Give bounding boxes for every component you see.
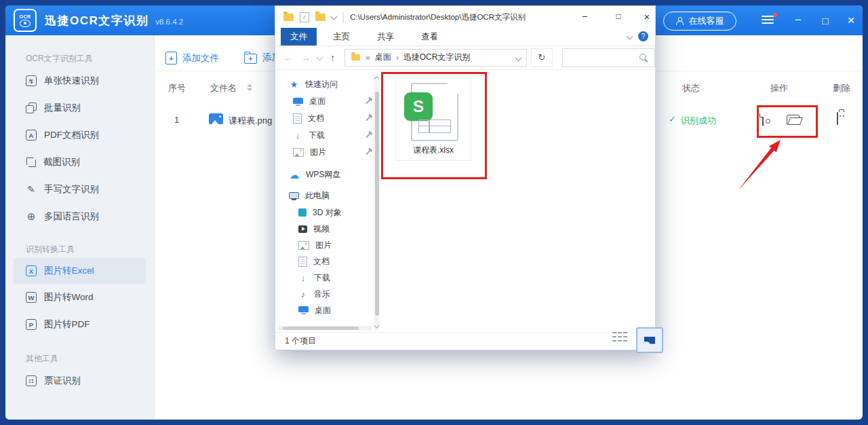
nav-3d-objects[interactable]: 3D 对象 (279, 204, 376, 221)
sidebar-item-multilanguage-recognition[interactable]: ⊕ 多国语言识别 (5, 203, 154, 230)
address-dropdown-chevron-icon[interactable] (515, 54, 521, 61)
folder-icon[interactable] (315, 14, 326, 21)
hamburger-menu-icon[interactable] (762, 16, 774, 24)
nav-scrollbar-thumb[interactable] (375, 92, 379, 316)
sidebar-item-handwriting-recognition[interactable]: ✎ 手写文字识别 (5, 176, 154, 203)
nav-videos[interactable]: 视频 (279, 221, 376, 237)
logo-eye-icon (20, 20, 31, 27)
sidebar-item-label: 图片转Word (44, 291, 94, 303)
red-arrow-annotation (726, 132, 793, 200)
menu-home[interactable]: 主页 (323, 28, 359, 45)
nav-music[interactable]: ♪ 音乐 (279, 286, 376, 302)
row-filename[interactable]: 课程表.png (229, 115, 272, 127)
app-title: 迅捷OCR文字识别 (45, 13, 149, 29)
music-note-icon: ♪ (298, 289, 308, 299)
nav-h-scrollbar[interactable] (277, 326, 372, 331)
sidebar-item-pdf-recognition[interactable]: A PDF文档识别 (5, 122, 154, 149)
sidebar-item-screenshot-recognition[interactable]: 截图识别 (5, 149, 154, 176)
nav-h-scrollbar-thumb[interactable] (283, 327, 359, 330)
nav-label: 桌面 (315, 305, 331, 316)
app-minimize-button[interactable]: − (787, 5, 810, 35)
search-icon (639, 54, 646, 60)
recent-locations-chevron-icon[interactable] (317, 54, 323, 61)
nav-pictures-pc[interactable]: 图片 (279, 237, 376, 253)
globe-icon: ⊕ (26, 210, 37, 223)
sidebar-section-other-tools: 其他工具 (26, 353, 154, 365)
pdf-doc-icon: A (26, 130, 37, 141)
breadcrumb-current-folder[interactable]: 迅捷OCR文字识别 (403, 52, 471, 63)
video-icon (298, 225, 307, 233)
up-icon[interactable]: ↑ (330, 52, 335, 63)
app-close-button[interactable]: × (840, 5, 863, 35)
nav-documents-pc[interactable]: 文档 (279, 253, 376, 270)
nav-this-pc[interactable]: 此电脑 (279, 187, 376, 204)
pdf-icon: P (26, 319, 37, 330)
search-box[interactable] (562, 48, 655, 67)
checkmark-file-icon[interactable] (300, 12, 309, 22)
refresh-button[interactable]: ↻ (531, 48, 553, 67)
pin-icon (366, 149, 371, 155)
excel-icon: X (26, 265, 37, 276)
document-icon (293, 113, 302, 124)
picture-icon (293, 148, 304, 157)
nav-pictures[interactable]: 图片 (279, 144, 376, 161)
crop-icon (26, 158, 36, 168)
download-arrow-icon: ↓ (293, 130, 302, 141)
back-icon[interactable]: ← (283, 52, 293, 63)
ime-indicator-icon[interactable] (636, 327, 663, 353)
word-icon: W (26, 292, 37, 303)
logo-ocr-text: OCR (19, 14, 31, 19)
scroll-up-icon[interactable] (374, 77, 380, 82)
pin-icon (366, 115, 371, 121)
app-maximize-button[interactable]: □ (814, 5, 837, 35)
explorer-minimize-button[interactable]: − (571, 6, 598, 26)
separator: | (342, 11, 344, 23)
explorer-addressbar: ← → ↑ » 桌面 › 迅捷OCR文字识别 ↻ (275, 45, 655, 70)
nav-documents[interactable]: 文档 (279, 110, 376, 127)
sidebar-item-batch-recognition[interactable]: 批量识别 (5, 94, 154, 122)
explorer-maximize-button[interactable]: □ (605, 6, 632, 26)
breadcrumb-desktop[interactable]: 桌面 (375, 52, 391, 63)
nav-desktop-pc[interactable]: 桌面 (279, 302, 376, 318)
ribbon-collapse-chevron-icon[interactable] (627, 33, 633, 40)
menu-file[interactable]: 文件 (281, 28, 317, 45)
forward-icon[interactable]: → (301, 52, 311, 63)
sidebar-item-single-recognition[interactable]: ↯ 单张快速识别 (5, 67, 154, 94)
sidebar-item-image-to-pdf[interactable]: P 图片转PDF (5, 311, 154, 338)
explorer-close-button[interactable]: × (633, 6, 660, 26)
help-icon[interactable]: ? (638, 31, 648, 41)
online-service-button[interactable]: 在线客服 (663, 12, 736, 31)
add-file-button[interactable]: 添加文件 (165, 52, 219, 64)
guillemet[interactable]: » (366, 53, 370, 62)
success-check-icon: ✓ (669, 114, 676, 124)
nav-wps-cloud[interactable]: ☁ WPS网盘 (279, 166, 376, 183)
nav-downloads[interactable]: ↓ 下载 (279, 127, 376, 144)
folder-icon (351, 54, 360, 60)
nav-label: 文档 (308, 113, 324, 124)
col-header-filename[interactable]: 文件名 (210, 82, 237, 94)
sidebar-item-label: 手写文字识别 (44, 183, 99, 196)
nav-quick-access[interactable]: ★ 快速访问 (279, 75, 376, 93)
app-version: v8.6.4.2 (155, 18, 183, 26)
col-header-operation: 操作 (770, 82, 788, 94)
nav-desktop[interactable]: 桌面 (279, 93, 376, 110)
sidebar-item-image-to-word[interactable]: W 图片转Word (5, 284, 154, 311)
nav-downloads-pc[interactable]: ↓ 下载 (279, 270, 376, 286)
sort-icon[interactable] (247, 84, 252, 91)
row-index: 1 (174, 115, 179, 125)
nav-label: 快速访问 (305, 79, 338, 90)
breadcrumb[interactable]: » 桌面 › 迅捷OCR文字识别 (344, 49, 527, 67)
sidebar-item-label: PDF文档识别 (44, 129, 99, 141)
nav-label: 图片 (315, 240, 332, 251)
nav-scrollbar[interactable] (374, 74, 380, 331)
red-annotation-box-file (381, 72, 487, 179)
screenshot-stage: OCR 迅捷OCR文字识别 v8.6.4.2 在线客服 − □ × OCR文字识… (0, 0, 868, 425)
menu-share[interactable]: 共享 (368, 28, 403, 45)
menu-view[interactable]: 查看 (412, 28, 448, 45)
sidebar-item-image-to-excel[interactable]: X 图片转Excel (14, 258, 146, 284)
cloud-icon: ☁ (289, 169, 300, 181)
nav-label: 音乐 (314, 289, 330, 300)
sidebar-item-ticket-recognition[interactable]: ∷ 票证识别 (5, 367, 154, 394)
chevron-down-icon[interactable] (331, 13, 338, 20)
delete-row-button[interactable] (837, 113, 838, 125)
